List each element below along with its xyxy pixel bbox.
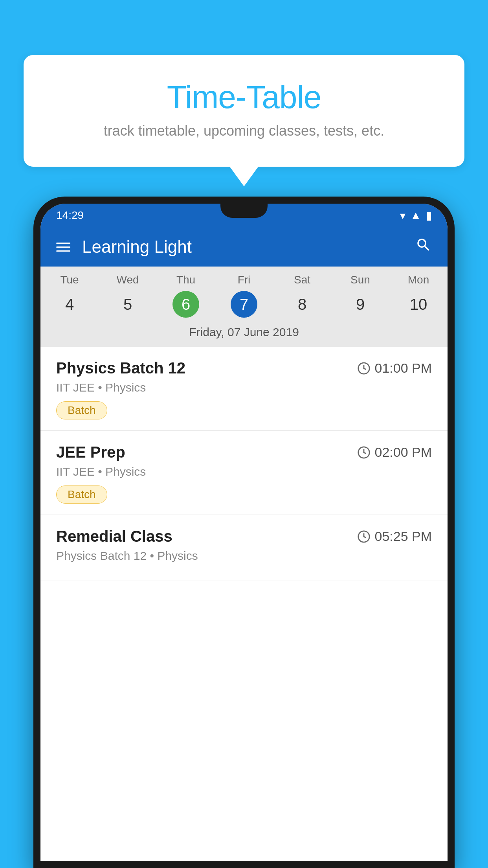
day-number-label: 4 — [56, 291, 83, 318]
schedule-item[interactable]: JEE Prep02:00 PMIIT JEE • PhysicsBatch — [40, 431, 448, 515]
search-icon[interactable] — [415, 237, 432, 257]
calendar-date-label: Friday, 07 June 2019 — [40, 320, 448, 347]
day-number-label: 5 — [114, 291, 141, 318]
schedule-item[interactable]: Physics Batch 1201:00 PMIIT JEE • Physic… — [40, 347, 448, 431]
calendar-day-sun[interactable]: Sun9 — [331, 274, 389, 318]
speech-bubble-area: Time-Table track timetable, upcoming cla… — [24, 55, 464, 167]
day-number-label: 6 — [172, 291, 199, 318]
clock-icon — [357, 530, 371, 543]
day-name-label: Sun — [331, 274, 389, 286]
day-name-label: Thu — [157, 274, 215, 286]
schedule-item-subject: Physics Batch 12 • Physics — [56, 549, 432, 563]
phone-notch — [220, 204, 268, 218]
schedule-item-title: JEE Prep — [56, 443, 125, 461]
calendar-day-wed[interactable]: Wed5 — [99, 274, 157, 318]
phone-content: Tue4Wed5Thu6Fri7Sat8Sun9Mon10 Friday, 07… — [40, 267, 448, 861]
status-time: 14:29 — [56, 209, 84, 222]
day-name-label: Sat — [273, 274, 331, 286]
schedule-item-time: 05:25 PM — [357, 529, 432, 544]
bubble-title: Time-Table — [55, 79, 433, 116]
speech-bubble: Time-Table track timetable, upcoming cla… — [24, 55, 464, 167]
phone-frame: 14:29 ▾ ▲ ▮ Learning Light — [33, 197, 455, 868]
calendar-day-mon[interactable]: Mon10 — [389, 274, 448, 318]
day-number-label: 8 — [289, 291, 316, 318]
signal-icon: ▲ — [410, 209, 421, 222]
day-name-label: Wed — [99, 274, 157, 286]
wifi-icon: ▾ — [400, 209, 405, 222]
phone-inner: 14:29 ▾ ▲ ▮ Learning Light — [40, 204, 448, 861]
schedule-item-subject: IIT JEE • Physics — [56, 465, 432, 478]
batch-badge: Batch — [56, 485, 107, 504]
schedule-container: Physics Batch 1201:00 PMIIT JEE • Physic… — [40, 347, 448, 861]
bubble-subtitle: track timetable, upcoming classes, tests… — [55, 123, 433, 139]
calendar-day-tue[interactable]: Tue4 — [40, 274, 99, 318]
batch-badge: Batch — [56, 401, 107, 419]
schedule-item-title: Remedial Class — [56, 528, 172, 545]
schedule-item-title: Physics Batch 12 — [56, 359, 185, 377]
calendar-day-fri[interactable]: Fri7 — [215, 274, 273, 318]
schedule-time-text: 02:00 PM — [374, 445, 432, 460]
app-bar: Learning Light — [40, 227, 448, 267]
clock-icon — [357, 362, 371, 375]
day-number-label: 7 — [231, 291, 257, 318]
battery-icon: ▮ — [426, 209, 432, 222]
schedule-item-subject: IIT JEE • Physics — [56, 381, 432, 394]
day-name-label: Tue — [40, 274, 99, 286]
calendar-week[interactable]: Tue4Wed5Thu6Fri7Sat8Sun9Mon10 — [40, 267, 448, 320]
calendar-day-sat[interactable]: Sat8 — [273, 274, 331, 318]
schedule-time-text: 05:25 PM — [374, 529, 432, 544]
schedule-item-time: 02:00 PM — [357, 445, 432, 460]
day-name-label: Fri — [215, 274, 273, 286]
schedule-time-text: 01:00 PM — [374, 360, 432, 376]
schedule-item[interactable]: Remedial Class05:25 PMPhysics Batch 12 •… — [40, 515, 448, 581]
day-number-label: 10 — [405, 291, 432, 318]
app-title: Learning Light — [82, 237, 415, 257]
day-number-label: 9 — [347, 291, 374, 318]
schedule-item-time: 01:00 PM — [357, 360, 432, 376]
calendar-day-thu[interactable]: Thu6 — [157, 274, 215, 318]
status-icons: ▾ ▲ ▮ — [400, 209, 432, 222]
clock-icon — [357, 446, 371, 459]
day-name-label: Mon — [389, 274, 448, 286]
menu-icon[interactable] — [56, 243, 70, 252]
